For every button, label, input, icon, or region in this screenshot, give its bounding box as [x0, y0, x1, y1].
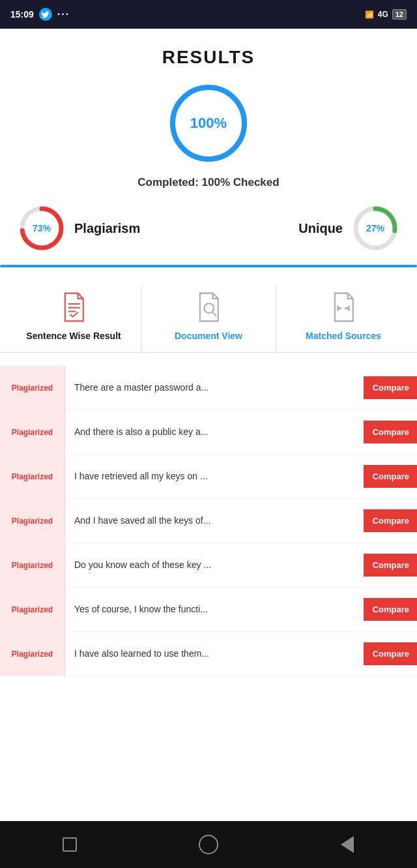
table-row: Plagiarized There are a master password … — [0, 366, 417, 410]
unique-stat: 27% Unique — [298, 205, 399, 252]
compare-wrapper: Compare — [364, 376, 417, 399]
compare-wrapper: Compare — [364, 598, 417, 621]
main-progress-circle: 100% — [166, 81, 251, 166]
tab-document-view[interactable]: Document View — [141, 286, 276, 352]
result-text: I have also learned to use them... — [65, 640, 364, 668]
compare-wrapper: Compare — [364, 642, 417, 665]
page-title: RESULTS — [0, 29, 417, 81]
status-dots: ··· — [57, 8, 70, 20]
home-button[interactable] — [195, 831, 222, 858]
plagiarism-circle: 73% — [18, 205, 65, 252]
tab-sentence-wise[interactable]: Sentence Wise Result — [7, 286, 141, 352]
result-rows: Plagiarized There are a master password … — [0, 366, 417, 676]
plagiarism-label: Plagiarism — [74, 221, 140, 236]
unique-circle: 27% — [352, 205, 399, 252]
recent-apps-button[interactable] — [57, 831, 83, 858]
tab-matched-label: Matched Sources — [306, 330, 381, 342]
battery-indicator: 12 — [392, 9, 407, 20]
tab-sentence-label: Sentence Wise Result — [26, 330, 121, 342]
compare-button[interactable]: Compare — [364, 465, 417, 488]
result-text: Do you know each of these key ... — [65, 551, 364, 580]
twitter-icon — [39, 8, 52, 21]
compare-button[interactable]: Compare — [364, 598, 417, 621]
sentence-icon — [59, 292, 89, 325]
result-text: And I have saved all the keys of... — [65, 507, 364, 535]
status-bar-right: 📶 4G 12 — [365, 9, 407, 20]
compare-button[interactable]: Compare — [364, 376, 417, 399]
completed-text: Completed: 100% Checked — [0, 176, 417, 189]
compare-wrapper: Compare — [364, 554, 417, 576]
document-icon — [194, 292, 223, 325]
table-row: Plagiarized I have retrieved all my keys… — [0, 455, 417, 499]
table-row: Plagiarized I have also learned to use t… — [0, 632, 417, 676]
bottom-nav — [0, 821, 417, 868]
back-button[interactable] — [334, 831, 360, 858]
compare-button[interactable]: Compare — [364, 509, 417, 532]
back-icon — [341, 836, 354, 853]
compare-button[interactable]: Compare — [364, 642, 417, 665]
result-text: I have retrieved all my keys on ... — [65, 462, 364, 491]
main-content: RESULTS 100% Completed: 100% Checked 73%… — [0, 29, 417, 728]
status-badge: Plagiarized — [0, 588, 65, 631]
table-row: Plagiarized Yes of course, I know the fu… — [0, 588, 417, 632]
table-row: Plagiarized And I have saved all the key… — [0, 499, 417, 543]
status-badge: Plagiarized — [0, 410, 65, 454]
recent-apps-icon — [63, 837, 77, 852]
table-row: Plagiarized Do you know each of these ke… — [0, 543, 417, 588]
compare-button[interactable]: Compare — [364, 421, 417, 443]
compare-wrapper: Compare — [364, 421, 417, 443]
matched-icon — [328, 292, 358, 325]
compare-button[interactable]: Compare — [364, 554, 417, 576]
result-text: There are a master password a... — [65, 374, 364, 402]
tab-document-label: Document View — [175, 330, 242, 342]
plagiarism-value: 73% — [33, 223, 51, 233]
status-badge: Plagiarized — [0, 366, 65, 410]
compare-wrapper: Compare — [364, 465, 417, 488]
table-row: Plagiarized And there is also a public k… — [0, 410, 417, 455]
main-progress-container: 100% — [0, 81, 417, 166]
unique-value: 27% — [366, 223, 384, 233]
stats-row: 73% Plagiarism 27% Unique — [0, 205, 417, 252]
section-divider — [0, 265, 417, 267]
plagiarism-stat: 73% Plagiarism — [18, 205, 140, 252]
compare-wrapper: Compare — [364, 509, 417, 532]
tab-matched-sources[interactable]: Matched Sources — [276, 286, 410, 352]
status-bar: 15:09 ··· 📶 4G 12 — [0, 0, 417, 29]
network-type: 4G — [378, 10, 388, 19]
status-bar-left: 15:09 ··· — [10, 8, 70, 21]
status-badge: Plagiarized — [0, 632, 65, 676]
result-text: Yes of course, I know the functi... — [65, 595, 364, 624]
result-text: And there is also a public key a... — [65, 418, 364, 447]
status-badge: Plagiarized — [0, 455, 65, 498]
unique-label: Unique — [298, 221, 343, 236]
main-progress-value: 100% — [190, 115, 227, 132]
view-tabs: Sentence Wise Result Document View — [0, 286, 417, 353]
home-icon — [199, 835, 218, 854]
status-badge: Plagiarized — [0, 543, 65, 587]
time-display: 15:09 — [10, 9, 34, 20]
status-badge: Plagiarized — [0, 499, 65, 543]
signal-icon: 📶 — [365, 10, 374, 19]
svg-line-10 — [212, 312, 216, 316]
